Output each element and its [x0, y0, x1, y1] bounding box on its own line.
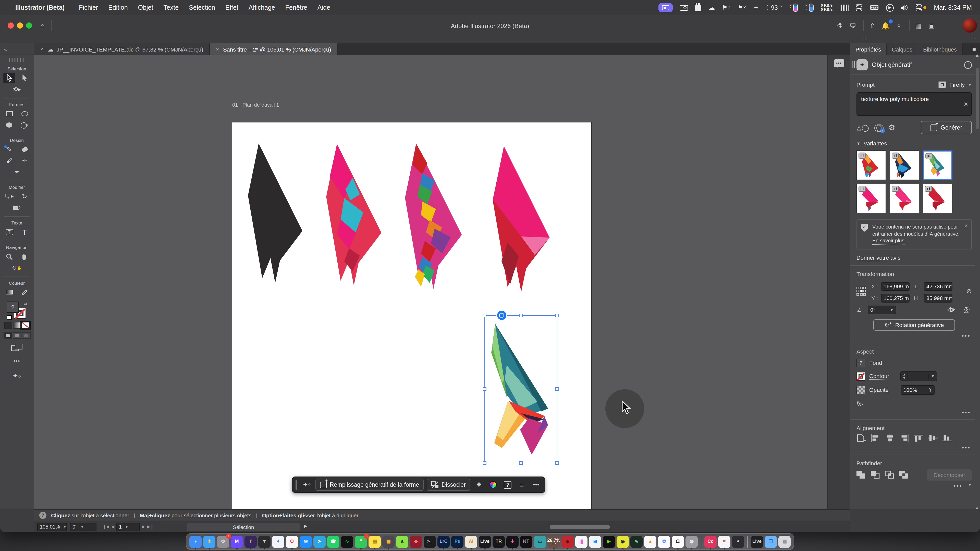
- pen-tool[interactable]: ✒: [11, 167, 23, 177]
- keyboard-icon[interactable]: ⌨: [870, 4, 879, 11]
- x-field[interactable]: 168,909 mm: [881, 282, 910, 291]
- help-icon[interactable]: ?: [502, 478, 513, 491]
- last-artboard-icon[interactable]: ▶❙: [147, 524, 154, 529]
- rotation-select[interactable]: 0°▼: [868, 305, 896, 314]
- menu-item[interactable]: Aide: [318, 4, 330, 11]
- dock-battery-food[interactable]: 26.7% 1:14: [548, 535, 560, 548]
- first-artboard-icon[interactable]: ❙◀: [103, 524, 109, 529]
- workspace-layout-icon[interactable]: ▦: [913, 21, 924, 30]
- reference-shape-icon[interactable]: △◯: [856, 124, 869, 131]
- eyedropper-tool[interactable]: [18, 287, 30, 297]
- more-tools-button[interactable]: •••: [0, 358, 34, 364]
- feedback-link[interactable]: Donner votre avis: [856, 254, 900, 261]
- flag-x-icon[interactable]: ⚑✕: [738, 4, 746, 11]
- toggles-icon[interactable]: [856, 3, 863, 12]
- pathfinder-more-button[interactable]: •••: [954, 483, 963, 489]
- stroke-label-link[interactable]: Contour: [869, 373, 889, 380]
- panel-scrollbar[interactable]: ▲ ▼: [976, 59, 979, 505]
- dock-weather[interactable]: ☀: [203, 535, 215, 548]
- pencil-tool[interactable]: ✎: [3, 144, 15, 155]
- menu-item[interactable]: Objet: [138, 4, 153, 11]
- dock-photoshop[interactable]: Ps: [451, 535, 463, 548]
- handle-middle-left[interactable]: [483, 387, 487, 391]
- dock-trash[interactable]: ▥: [778, 535, 791, 548]
- artboard-label[interactable]: 01 - Plan de travail 1: [232, 102, 279, 108]
- color-button[interactable]: [4, 322, 12, 329]
- dock-copilot[interactable]: ✿: [658, 535, 670, 548]
- prompt-input[interactable]: texture low poly multicolore ✕: [856, 92, 972, 116]
- selection-tool[interactable]: [3, 73, 15, 83]
- dock-green-play[interactable]: ▶: [603, 535, 615, 548]
- scroll-up-icon[interactable]: ▲: [975, 52, 980, 58]
- learn-more-link[interactable]: En savoir plus: [872, 237, 904, 245]
- dock-clip-app[interactable]: ▭: [534, 535, 546, 548]
- selection-bounding-box[interactable]: [484, 315, 557, 463]
- app-menu-title[interactable]: Illustrator (Beta): [15, 4, 65, 11]
- variant-thumb-4[interactable]: Fi: [856, 184, 886, 213]
- flip-horizontal-icon[interactable]: [947, 306, 956, 313]
- type-tool[interactable]: T: [18, 227, 30, 237]
- dock-music-bars[interactable]: |||: [575, 535, 587, 548]
- flag-check-icon[interactable]: ⚑✓: [722, 4, 730, 11]
- beta-flask-icon[interactable]: ⚗: [834, 21, 845, 30]
- doc-tab-untitled[interactable]: × Sans titre – 2* @ 105,01 % (CMJN/Aperç…: [210, 43, 338, 55]
- rotate-tool[interactable]: ↻: [18, 191, 30, 202]
- dock-spotify[interactable]: ∿: [341, 535, 353, 548]
- zoom-tool[interactable]: [3, 251, 15, 262]
- dock-opera[interactable]: O: [286, 535, 298, 548]
- menu-item[interactable]: Affichage: [248, 4, 275, 11]
- ungroup-button[interactable]: Dissocier: [427, 478, 470, 491]
- camera-icon[interactable]: [680, 5, 688, 11]
- expand-button-disabled[interactable]: Décomposer: [927, 469, 972, 480]
- dock-tr-app[interactable]: TR: [493, 535, 505, 548]
- cpu-gauge[interactable]: C P U: [789, 3, 798, 12]
- fill-stroke-indicator[interactable]: ⇄ ?: [6, 302, 27, 319]
- gradient-tool[interactable]: [3, 287, 15, 297]
- pathfinder-exclude-icon[interactable]: [899, 471, 908, 478]
- volume-icon[interactable]: [900, 5, 908, 11]
- close-tab-icon[interactable]: ×: [40, 46, 43, 52]
- dock-folder[interactable]: ❐: [765, 535, 777, 548]
- opacity-field[interactable]: 100%❯: [901, 385, 935, 395]
- dock-green-a[interactable]: a: [396, 535, 408, 548]
- generative-sparkle-icon[interactable]: ✦✧: [0, 372, 34, 380]
- handle-top-center[interactable]: [519, 314, 522, 318]
- align-bottom-icon[interactable]: [942, 434, 952, 442]
- arrow-shape-magenta[interactable]: [485, 145, 559, 293]
- clear-prompt-icon[interactable]: ✕: [964, 101, 968, 108]
- swap-fill-stroke-icon[interactable]: ⇄: [24, 302, 27, 306]
- variant-thumb-2[interactable]: Fi: [890, 151, 919, 180]
- transform-more-button[interactable]: •••: [856, 332, 971, 338]
- arrow-shape-generated-teal[interactable]: [487, 318, 555, 461]
- sparkles-icon[interactable]: ✦✧: [301, 478, 312, 491]
- panel-toggle-icon[interactable]: ▣: [926, 21, 937, 30]
- ellipse-tool[interactable]: [18, 109, 30, 119]
- menubar-clock[interactable]: Mar. 3:34 PM: [934, 4, 972, 11]
- dock-finder[interactable]: ◑: [189, 535, 202, 548]
- dock-safari[interactable]: ✦: [272, 535, 284, 548]
- dock-yellow-app[interactable]: ◉: [617, 535, 629, 548]
- artboard-tool-icon[interactable]: [11, 344, 22, 351]
- dock-waveform[interactable]: ∿: [630, 535, 643, 548]
- dock-telegram[interactable]: ➤: [313, 535, 326, 548]
- dock-notes[interactable]: ▤: [369, 535, 381, 548]
- info-icon[interactable]: i: [964, 61, 972, 68]
- opacity-label-link[interactable]: Opacité: [869, 386, 889, 393]
- align-more-button[interactable]: •••: [856, 444, 971, 450]
- pathfinder-unite-icon[interactable]: [856, 471, 865, 478]
- handle-top-right[interactable]: [555, 314, 559, 318]
- stroke-swatch-none[interactable]: [856, 372, 865, 380]
- doc-tab-invoice[interactable]: × ☁ JP__INVOICE_TEMPLATE.aic @ 67,32 % (…: [34, 43, 210, 55]
- dock-terminal[interactable]: >_: [424, 535, 436, 548]
- model-selector[interactable]: Firefly: [950, 82, 965, 88]
- variant-thumb-6[interactable]: Fi: [923, 184, 953, 213]
- variant-thumb-3-selected[interactable]: Fi: [923, 151, 953, 180]
- direct-selection-tool[interactable]: [18, 73, 30, 83]
- align-left-icon[interactable]: [871, 434, 880, 442]
- curvature-tool[interactable]: ✒: [18, 156, 30, 166]
- sensor-temp[interactable]: S E N 93 °: [766, 4, 782, 11]
- menu-item[interactable]: Fichier: [79, 4, 98, 11]
- dock-proton-mail[interactable]: M: [231, 535, 243, 548]
- dock-messages[interactable]: ❝ 8: [355, 535, 367, 548]
- rectangle-tool[interactable]: [3, 109, 15, 119]
